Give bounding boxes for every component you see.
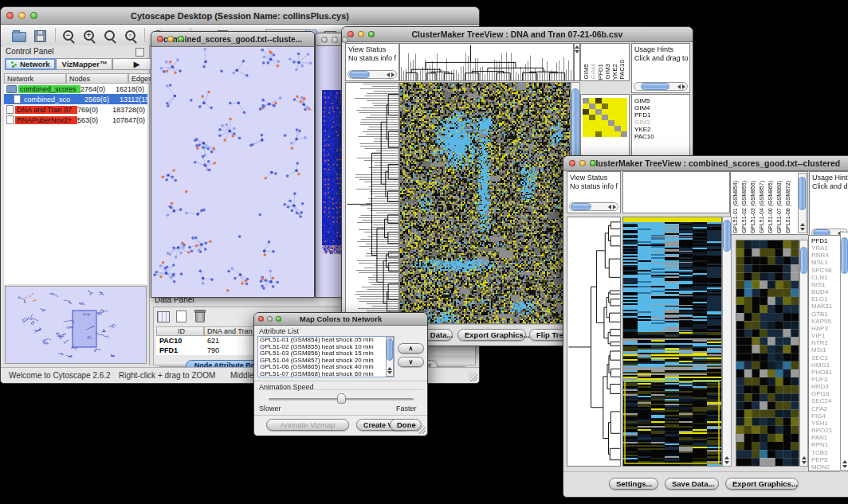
network-view-titlebar[interactable]: combined_scores_good.txt--cluste... bbox=[151, 32, 314, 47]
close-icon[interactable] bbox=[569, 160, 575, 166]
gene-label[interactable]: NTR2 bbox=[811, 339, 840, 346]
zoom-fit-icon[interactable] bbox=[104, 29, 120, 43]
speed-slider-thumb[interactable] bbox=[337, 393, 346, 404]
close-icon[interactable] bbox=[157, 36, 163, 42]
column-label[interactable]: GPL51-03 (GSM856) bbox=[750, 181, 756, 233]
gene-label[interactable]: YSH1 bbox=[811, 420, 840, 427]
gene-label[interactable]: HAP3 bbox=[811, 325, 840, 332]
column-label[interactable]: YKE2 bbox=[612, 64, 618, 80]
zoom-heatmap-canvas[interactable] bbox=[736, 240, 799, 466]
zoom-out-icon[interactable]: − bbox=[63, 29, 79, 43]
vscroll-thumb[interactable] bbox=[799, 177, 806, 210]
column-header[interactable]: Nodes bbox=[66, 73, 128, 84]
gene-label[interactable]: RNR4 bbox=[811, 252, 840, 259]
column-label[interactable]: GIM4 bbox=[591, 64, 597, 80]
gene-label[interactable]: SEC24 bbox=[811, 397, 840, 404]
column-label[interactable]: PAC10 bbox=[619, 60, 626, 80]
gene-label[interactable]: ELG1 bbox=[811, 295, 840, 303]
treeview1-titlebar[interactable]: ClusterMaker TreeView : DNA and Tran 07-… bbox=[342, 27, 693, 42]
gene-label[interactable]: HMG1 bbox=[811, 361, 840, 369]
attribute-list-item[interactable]: GPL51-07 (GSM868) heat shock 60 min bbox=[258, 371, 394, 377]
float-panel-icon[interactable] bbox=[135, 48, 144, 57]
gene-label[interactable]: CLN1 bbox=[811, 274, 840, 281]
gene-label[interactable]: PUF3 bbox=[811, 376, 840, 383]
table-row[interactable]: combined_scores 2764(0) 16218(0) bbox=[4, 84, 147, 94]
close-icon[interactable] bbox=[258, 316, 264, 322]
table-row[interactable]: RNAPuberNov2+ 563(0) 107847(0) bbox=[4, 115, 147, 125]
tv1-mini-scrollbar[interactable] bbox=[574, 43, 580, 81]
column-header[interactable]: Network bbox=[4, 73, 66, 84]
save-data-button[interactable]: Save Data... bbox=[665, 478, 719, 490]
gene-label[interactable]: YKE2 bbox=[634, 126, 689, 133]
zoom-selected-icon[interactable]: ▫ bbox=[125, 29, 141, 43]
minimize-icon[interactable] bbox=[358, 31, 364, 37]
minimize-icon[interactable] bbox=[332, 37, 338, 43]
minimize-icon[interactable] bbox=[267, 316, 273, 322]
zoom-window-icon[interactable] bbox=[178, 36, 184, 42]
column-label[interactable]: GPL51-04 (GSM857) bbox=[759, 181, 765, 233]
vscroll-thumb[interactable] bbox=[723, 220, 731, 252]
gene-label[interactable]: VIP1 bbox=[811, 332, 840, 339]
attribute-list-vscroll[interactable] bbox=[386, 337, 394, 377]
vscroll-thumb[interactable] bbox=[841, 237, 848, 274]
gene-label[interactable]: RPN1 bbox=[811, 441, 840, 448]
save-icon[interactable] bbox=[34, 29, 50, 43]
zoom-heatmap-canvas[interactable] bbox=[583, 98, 627, 137]
gene-label[interactable]: HRD3 bbox=[811, 383, 840, 390]
dialog-titlebar[interactable]: Map Colors to Network bbox=[254, 313, 427, 326]
zoom-window-icon[interactable] bbox=[368, 31, 375, 37]
column-label[interactable]: GPL51-07 (GSM868) bbox=[776, 181, 783, 233]
minimize-icon[interactable] bbox=[579, 160, 586, 166]
column-label[interactable]: GPL51-08 (GSM872) bbox=[785, 181, 791, 233]
close-icon[interactable] bbox=[347, 31, 354, 37]
gene-label[interactable]: GPI16 bbox=[811, 390, 840, 397]
resize-grip[interactable] bbox=[469, 373, 477, 381]
gene-label[interactable]: GIM5 bbox=[634, 97, 689, 104]
close-icon[interactable] bbox=[6, 12, 14, 19]
gene-label[interactable]: MSL1 bbox=[811, 259, 840, 266]
minimize-icon[interactable] bbox=[167, 36, 174, 42]
export-graphics-button[interactable]: Export Graphics... bbox=[725, 478, 799, 490]
gene-label[interactable]: SPC98 bbox=[811, 267, 840, 274]
new-attribute-icon[interactable] bbox=[176, 309, 192, 323]
row-dendrogram-canvas[interactable] bbox=[567, 217, 620, 466]
gene-label[interactable]: CPA2 bbox=[811, 405, 840, 412]
main-titlebar[interactable]: Cytoscape Desktop (Session Name: collins… bbox=[1, 7, 479, 25]
minimize-icon[interactable] bbox=[18, 12, 26, 19]
tv2-collabel-vscroll[interactable] bbox=[798, 173, 807, 233]
row-dendrogram-canvas[interactable] bbox=[346, 83, 398, 323]
heatmap-canvas[interactable] bbox=[400, 83, 570, 323]
settings-button[interactable]: Settings... bbox=[609, 478, 658, 490]
zoom-window-icon[interactable] bbox=[590, 160, 596, 166]
gene-label[interactable]: RPO21 bbox=[811, 427, 840, 434]
hscroll-thumb[interactable] bbox=[349, 71, 370, 78]
move-up-button[interactable]: ∧ bbox=[398, 343, 424, 354]
table-row[interactable]: combined_sco 2569(6) 13112(15) bbox=[4, 94, 147, 104]
tv2-gene-vscrollbar[interactable] bbox=[840, 232, 848, 471]
column-label[interactable]: GIM3 bbox=[605, 64, 611, 80]
scroll-down-icon[interactable] bbox=[724, 461, 729, 464]
id-column-header[interactable]: ID bbox=[156, 326, 204, 336]
gene-label[interactable]: PAN1 bbox=[811, 434, 840, 441]
export-graphics-button[interactable]: Export Graphics... bbox=[457, 329, 526, 341]
gene-label[interactable]: MON2 bbox=[811, 463, 840, 471]
gene-label[interactable]: GTB1 bbox=[811, 311, 840, 318]
hscroll-thumb[interactable] bbox=[641, 83, 669, 90]
table-icon[interactable] bbox=[157, 309, 173, 323]
gene-label[interactable]: NIS1 bbox=[811, 281, 840, 288]
gene-label[interactable]: KAP95 bbox=[811, 318, 840, 325]
zoom-window-icon[interactable] bbox=[30, 12, 37, 19]
gene-label[interactable]: MAK31 bbox=[811, 303, 840, 310]
tv2-vscrollbar[interactable] bbox=[722, 217, 732, 467]
gene-label[interactable]: PAC10 bbox=[634, 133, 689, 140]
column-label[interactable]: GPL51-01 (GSM854) bbox=[732, 181, 739, 233]
heatmap-canvas[interactable] bbox=[623, 217, 721, 466]
close-icon[interactable] bbox=[321, 37, 328, 43]
gene-label[interactable]: PEP5 bbox=[811, 456, 840, 463]
gene-label[interactable]: SEC1 bbox=[811, 354, 840, 361]
gene-label[interactable]: GIM4 bbox=[634, 104, 689, 111]
delete-attribute-icon[interactable] bbox=[195, 309, 211, 323]
column-label[interactable]: PFD1 bbox=[598, 64, 604, 80]
gene-label[interactable]: PHO81 bbox=[811, 369, 840, 376]
column-label[interactable]: GPL51-02 (GSM855) bbox=[741, 181, 748, 233]
